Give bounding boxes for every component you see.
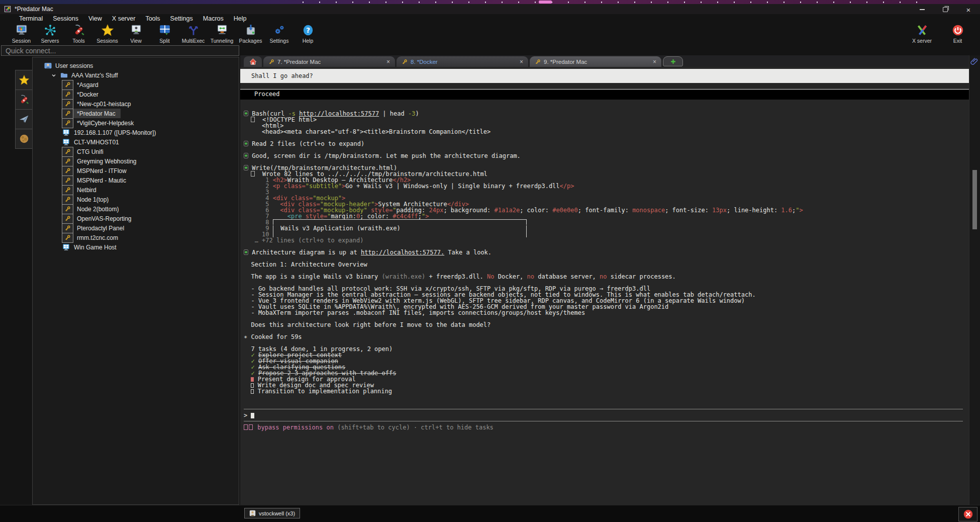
- terminal-line: ✓ Explore project context: [240, 352, 969, 358]
- menu-help[interactable]: Help: [229, 15, 252, 23]
- session-item-mspnerd-mautic[interactable]: MSPNerd - Mautic: [33, 176, 239, 185]
- terminal-screen[interactable]: Shall I go ahead?Proceed Bash(curl -s ht…: [240, 67, 969, 505]
- restore-button[interactable]: [934, 4, 957, 15]
- tree-folder-aaa-vantz-s-stuff[interactable]: AAA Vantz's Stuff: [33, 70, 239, 80]
- terminal-segment-w: ; line-height:: [727, 207, 781, 214]
- sidebar-strip-plane[interactable]: [15, 109, 33, 129]
- split-icon: [158, 24, 171, 37]
- sidebar-strip-globe[interactable]: [15, 129, 33, 149]
- session-item-192-168-1-107-ups-monitor[interactable]: 192.168.1.107 ([UPS-Monitor]): [33, 128, 239, 137]
- quick-connect-input[interactable]: [1, 45, 239, 56]
- session-item-inner: MSPNerd - ITFlow: [61, 166, 132, 176]
- toolbar-servers-button[interactable]: Servers: [36, 24, 64, 45]
- terminal-segment-red: 1.6: [781, 207, 792, 214]
- terminal-segment-w: margin:: [331, 213, 356, 220]
- session-item-openvas-reporting[interactable]: OpenVAS-Reporting: [33, 214, 239, 223]
- menu-view[interactable]: View: [83, 15, 107, 23]
- tab-home[interactable]: [244, 56, 262, 67]
- toolbar-session-button[interactable]: Session: [7, 24, 36, 45]
- toolbar-x-server-button[interactable]: X server: [908, 24, 936, 45]
- tab-7-predator-mac[interactable]: 7. *Predator Mac×: [263, 56, 395, 67]
- ssh-key-iconbox: [62, 147, 73, 157]
- tab-close-icon[interactable]: ×: [386, 58, 390, 65]
- terminal-line: bypass permissions on (shift+tab to cycl…: [240, 424, 969, 430]
- session-item-node-1-top[interactable]: Node 1(top): [33, 195, 239, 204]
- ssh-key-iconbox: [62, 99, 73, 109]
- session-item-clt-vmhost01[interactable]: CLT-VMHOST01: [33, 137, 239, 147]
- terminal-segment-w: sidecar processes.: [607, 273, 676, 280]
- toolbar-tools-button[interactable]: Tools: [64, 24, 93, 45]
- packages-icon: [244, 24, 257, 37]
- session-item-vigilcyber-helpdesk[interactable]: *VigilCyber-Helpdesk: [33, 118, 239, 128]
- toolbar-settings-button[interactable]: Settings: [265, 24, 293, 45]
- menu-macros[interactable]: Macros: [198, 15, 229, 23]
- session-item-inner: Node 1(top): [61, 195, 114, 204]
- terminal-segment-w: Read 2 files (ctrl+o to expand): [248, 140, 364, 147]
- session-item-rmm-t2cnc-com[interactable]: rmm.t2cnc.com: [33, 233, 239, 242]
- session-item-label: Win Game Host: [74, 244, 117, 251]
- session-item-inner: MSPNerd - Mautic: [61, 176, 131, 185]
- toolbar-label: View: [130, 38, 142, 44]
- kill-terminal-button[interactable]: [958, 507, 977, 521]
- session-item-inner: 192.168.1.107 ([UPS-Monitor]): [61, 128, 161, 137]
- tab-9-predator-mac[interactable]: 9. *Predator Mac×: [530, 56, 661, 67]
- session-item-netbird[interactable]: Netbird: [33, 185, 239, 195]
- session-item-predator-mac[interactable]: *Predator Mac: [33, 109, 239, 118]
- session-item-docker[interactable]: *Docker: [33, 90, 239, 99]
- minimize-button[interactable]: [911, 4, 934, 15]
- tab-label: 8. *Docker: [411, 59, 438, 65]
- key-icon: [64, 206, 71, 212]
- session-item-win-game-host[interactable]: Win Game Host: [33, 242, 239, 252]
- session-item-inner: Greyming Webhosting: [61, 156, 142, 166]
- toolbar-right-group: X serverExit: [908, 24, 980, 45]
- window-titlebar: *Predator Mac: [0, 4, 980, 14]
- menu-terminal[interactable]: Terminal: [14, 15, 48, 23]
- tab-close-icon[interactable]: ×: [653, 58, 656, 65]
- toolbar-view-button[interactable]: View: [122, 24, 150, 45]
- sidebar-strip-star[interactable]: [15, 70, 33, 90]
- session-item-ctg-unifi[interactable]: CTG Unifi: [33, 147, 239, 156]
- toolbar-exit-button[interactable]: Exit: [943, 24, 972, 45]
- paperclip-icon[interactable]: [970, 57, 979, 66]
- terminal-segment-bxm: Wails v3 Application (wraith.exe): [273, 225, 527, 231]
- session-item-label: MSPNerd - Mautic: [77, 177, 126, 184]
- session-item-inner: Pterodactyl Panel: [61, 223, 129, 233]
- user-session-button[interactable]: vstockwell (x3): [244, 508, 300, 518]
- session-item-node-2-bottom[interactable]: Node 2(bottom): [33, 204, 239, 214]
- session-item-inner: CLT-VMHOST01: [61, 137, 124, 147]
- toolbar-multiexec-button[interactable]: MultiExec: [179, 24, 208, 45]
- toolbar-help-button[interactable]: ?Help: [293, 24, 322, 45]
- session-item-inner: CTG Unifi: [61, 147, 109, 156]
- terminal-segment-b: [244, 153, 248, 158]
- session-item-new-cp01-heistacp[interactable]: *New-cp01-heistacp: [33, 99, 239, 109]
- sidebar-strip-knife[interactable]: [15, 90, 33, 110]
- key-icon: [535, 59, 541, 65]
- toolbar-packages-button[interactable]: Packages: [236, 24, 265, 45]
- settings-icon: [273, 24, 286, 37]
- terminal-inverse-line: Shall I go ahead?: [240, 69, 969, 83]
- toolbar-tunneling-button[interactable]: Tunneling: [208, 24, 236, 45]
- session-item-pterodactyl-panel[interactable]: Pterodactyl Panel: [33, 223, 239, 233]
- menu-sessions[interactable]: Sessions: [48, 15, 83, 23]
- folder-icon: [60, 71, 68, 79]
- scrollbar-thumb[interactable]: [972, 170, 977, 229]
- session-item-asgard[interactable]: *Asgard: [33, 80, 239, 90]
- chev-icon[interactable]: [51, 72, 57, 78]
- session-item-label: rmm.t2cnc.com: [77, 234, 118, 241]
- tree-root-user-sessions[interactable]: User sessions: [33, 61, 239, 70]
- session-item-inner: Netbird: [61, 185, 102, 195]
- tab-close-icon[interactable]: ×: [520, 58, 523, 65]
- toolbar-sessions-button[interactable]: Sessions: [93, 24, 122, 45]
- session-item-label: Pterodactyl Panel: [77, 225, 124, 232]
- new-tab-button[interactable]: [663, 56, 683, 66]
- menu-tools[interactable]: Tools: [140, 15, 165, 23]
- session-item-mspnerd-itflow[interactable]: MSPNerd - ITFlow: [33, 166, 239, 176]
- session-item-label: Node 2(bottom): [77, 206, 119, 213]
- toolbar-split-button[interactable]: Split: [150, 24, 179, 45]
- tab-8-docker[interactable]: 8. *Docker×: [397, 56, 528, 67]
- menu-settings[interactable]: Settings: [165, 15, 198, 23]
- session-item-greyming-webhosting[interactable]: Greyming Webhosting: [33, 156, 239, 166]
- menu-x-server[interactable]: X server: [107, 15, 141, 23]
- close-button[interactable]: ×: [957, 4, 980, 15]
- terminal-line: ✓ Offer visual companion: [240, 358, 969, 364]
